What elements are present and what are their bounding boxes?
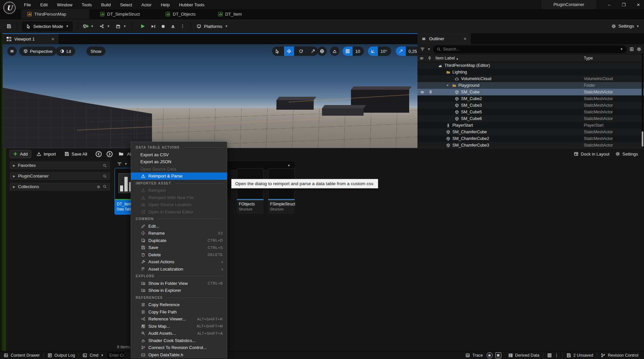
chevron-down-icon[interactable]: ▼ xyxy=(124,162,127,166)
menu-item-reference-viewer[interactable]: Reference Viewer...ALT+SHIFT+R xyxy=(131,315,227,323)
chevron-down-icon[interactable]: ▼ xyxy=(427,48,430,51)
selection-mode-dropdown[interactable]: Selection Mode ▼ xyxy=(22,22,73,31)
console-command-input[interactable] xyxy=(107,352,124,358)
tab-dt-objects[interactable]: DT_Objects xyxy=(160,9,202,19)
chevron-down-icon[interactable]: ▼ xyxy=(620,48,623,51)
outliner-row[interactable]: SM_Cube6StaticMeshActor xyxy=(417,115,644,122)
add-button[interactable]: Add xyxy=(9,150,31,158)
outliner-row[interactable]: ▼PlaygroundFolder xyxy=(417,82,644,89)
sidebar-item-collections[interactable]: ▶ Collections ⊕ xyxy=(10,183,110,190)
menu-edit[interactable]: Edit xyxy=(37,1,51,9)
outliner-row[interactable]: SM_Cube3StaticMeshActor xyxy=(417,102,644,109)
menu-item-shader-cook-statistics[interactable]: Shader Cook Statistics... xyxy=(131,337,227,344)
column-header-type[interactable]: Type xyxy=(584,56,593,60)
visibility-column-eye-icon[interactable] xyxy=(417,56,425,60)
expander-icon[interactable]: ▶ xyxy=(13,185,15,188)
trace-button[interactable]: Trace xyxy=(462,351,487,359)
world-local-toggle[interactable] xyxy=(317,47,327,56)
expander-icon[interactable]: ▶ xyxy=(13,164,15,167)
search-icon[interactable] xyxy=(103,174,107,178)
chevron-down-icon[interactable]: ▼ xyxy=(107,25,110,28)
filter-icon[interactable] xyxy=(117,162,122,166)
menu-item-duplicate[interactable]: DuplicateCTRL+D xyxy=(131,237,227,244)
chevron-down-icon[interactable]: ▼ xyxy=(123,25,126,28)
menu-window[interactable]: Window xyxy=(54,1,76,9)
back-button[interactable] xyxy=(95,151,102,158)
asset-tile-fsimplestruct[interactable]: FSimpleStruct Structure xyxy=(268,168,295,214)
close-icon[interactable]: ✕ xyxy=(463,37,467,41)
menu-item-asset-localization[interactable]: Asset Localization› xyxy=(131,266,227,273)
menu-build[interactable]: Build xyxy=(98,1,114,9)
menu-item-save[interactable]: SaveCTRL+S xyxy=(131,244,227,251)
viewport-options-button[interactable] xyxy=(7,47,17,56)
derived-data-button[interactable]: Derived Data xyxy=(505,351,543,359)
menu-item-copy-reference[interactable]: Copy Reference xyxy=(131,301,227,308)
content-browser-settings-button[interactable]: Settings xyxy=(615,152,638,157)
menu-item-open-datatable-h[interactable]: Open DataTable.h xyxy=(131,351,227,359)
menu-item-copy-file-path[interactable]: Copy File Path xyxy=(131,308,227,316)
outliner-row[interactable]: Lighting xyxy=(417,69,644,75)
snapshot-icon[interactable]: ▣ xyxy=(495,352,501,358)
add-actor-button[interactable]: ✚ xyxy=(81,21,91,31)
blueprints-button[interactable] xyxy=(97,21,107,31)
tab-dt-simplestruct[interactable]: DT_SimpleStruct xyxy=(94,9,146,19)
outliner-search-box[interactable]: ▼ xyxy=(433,46,627,53)
menu-actor[interactable]: Actor xyxy=(138,1,155,9)
perspective-dropdown[interactable]: Perspective xyxy=(19,47,57,56)
select-tool-button[interactable] xyxy=(272,47,282,56)
chevron-down-icon[interactable]: ▼ xyxy=(287,164,290,167)
search-icon[interactable] xyxy=(103,164,107,168)
close-button[interactable]: ✕ xyxy=(635,2,641,7)
menu-item-show-in-explorer[interactable]: Show in Explorer xyxy=(131,287,227,294)
platforms-dropdown[interactable]: Platforms ▼ xyxy=(193,22,231,31)
insights-grid-button[interactable] xyxy=(544,351,563,359)
sidebar-item-plugincontainer[interactable]: ▶ PluginContainer xyxy=(10,172,110,180)
move-tool-button[interactable] xyxy=(284,47,294,56)
more-options-icon[interactable] xyxy=(554,353,559,358)
menu-item-edit[interactable]: Edit... xyxy=(131,223,227,230)
menu-select[interactable]: Select xyxy=(117,1,135,9)
pin-icon[interactable] xyxy=(428,90,433,94)
content-drawer-button[interactable]: Content Drawer xyxy=(0,351,44,359)
close-icon[interactable]: ✕ xyxy=(51,37,55,42)
rotation-snap-icon[interactable] xyxy=(368,47,378,56)
expander-icon[interactable]: ▶ xyxy=(13,175,15,178)
eject-button[interactable] xyxy=(170,24,176,29)
rotate-tool-button[interactable] xyxy=(296,47,306,56)
output-log-button[interactable]: Output Log xyxy=(44,351,79,359)
search-icon[interactable] xyxy=(103,184,107,188)
import-button[interactable]: Import xyxy=(33,150,59,158)
search-input[interactable] xyxy=(443,47,618,52)
filter-icon[interactable] xyxy=(420,47,425,52)
scale-snap-icon[interactable] xyxy=(396,47,406,56)
expander-icon[interactable]: ▼ xyxy=(446,84,449,87)
cinematics-button[interactable] xyxy=(113,21,123,31)
menu-item-asset-actions[interactable]: Asset Actions› xyxy=(131,258,227,266)
menu-tools[interactable]: Tools xyxy=(79,1,95,9)
add-collection-icon[interactable]: ⊕ xyxy=(97,184,100,189)
column-header-item-label[interactable]: Item Label ▲ xyxy=(435,56,459,60)
minimize-button[interactable]: – xyxy=(606,2,612,7)
outliner-row[interactable]: SM_ChamferCube3StaticMeshActor xyxy=(417,142,644,148)
chevron-down-icon[interactable]: ▼ xyxy=(91,25,94,28)
grid-snap-control[interactable]: 10 xyxy=(343,47,364,56)
outliner-scrollbar[interactable] xyxy=(642,53,643,147)
outliner-row[interactable]: SM_ChamferCubeStaticMeshActor xyxy=(417,129,644,135)
play-button[interactable] xyxy=(140,23,146,29)
menu-item-export-json[interactable]: Export as JSON xyxy=(131,158,227,166)
unreal-logo-icon[interactable]: U xyxy=(3,2,16,14)
outliner-row[interactable]: VolumetricCloudVolumetricCloud xyxy=(417,75,644,82)
save-all-button[interactable]: Save All xyxy=(61,150,90,158)
menu-item-delete[interactable]: DeleteDELETE xyxy=(131,251,227,259)
view-mode-dropdown[interactable]: Lit xyxy=(56,47,75,56)
menu-item-reimport-parse[interactable]: Reimport & Parse xyxy=(131,173,227,180)
menu-file[interactable]: File xyxy=(21,1,34,9)
stop-button[interactable] xyxy=(161,24,166,29)
outliner-row[interactable]: SM_Cube5StaticMeshActor xyxy=(417,109,644,115)
menu-item-export-csv[interactable]: Export as CSV xyxy=(131,151,227,159)
eye-icon[interactable] xyxy=(420,90,424,94)
rotation-snap-control[interactable]: 10° xyxy=(368,47,391,56)
play-options-button[interactable] xyxy=(180,24,185,29)
menu-item-audit-assets[interactable]: Audit Assets...ALT+SHIFT+A xyxy=(131,330,227,337)
show-flags-dropdown[interactable]: Show xyxy=(86,47,105,56)
